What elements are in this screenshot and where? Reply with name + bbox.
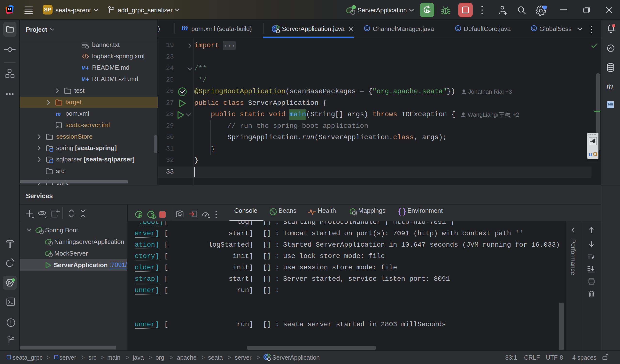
svg-text:m: m [182,23,188,32]
svg-text:m: m [606,81,613,91]
svg-text:C: C [532,26,535,31]
svg-text:M: M [82,76,86,82]
svg-text:C: C [365,26,368,31]
svg-text:M: M [82,65,86,70]
svg-text:m: m [56,110,61,117]
svg-text:C: C [457,26,459,31]
